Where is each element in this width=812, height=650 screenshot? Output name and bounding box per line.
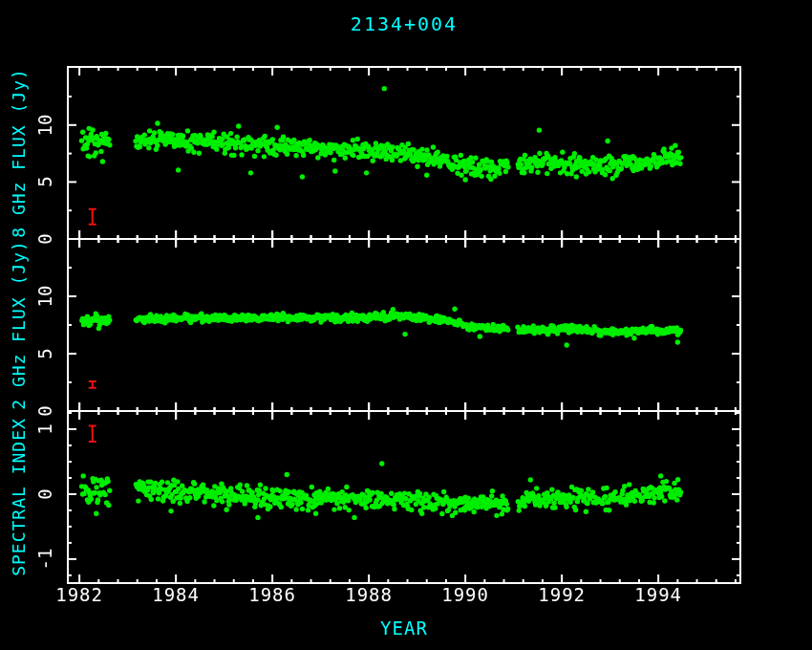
y-tick-label: 0 [34, 405, 55, 416]
light-curve-figure: 2134+004 8 GHz FLUX (Jy) 2 GHz FLUX (Jy)… [0, 0, 812, 650]
x-tick-label: 1984 [152, 584, 200, 605]
plot-canvas [0, 0, 812, 650]
x-tick-label: 1982 [55, 584, 103, 605]
y-tick-label: 10 [34, 114, 55, 136]
x-tick-label: 1986 [248, 584, 296, 605]
x-tick-label: 1990 [441, 584, 489, 605]
y-tick-label: 5 [34, 348, 55, 358]
y-tick-label: 0 [34, 488, 55, 499]
y-tick-label: 10 [34, 286, 55, 308]
y-tick-label: 0 [34, 233, 55, 244]
y-axis-label-2ghz-flux: 2 GHz FLUX (Jy) [9, 240, 29, 410]
y-tick-label: 5 [34, 177, 55, 187]
figure-title: 2134+004 [351, 12, 458, 35]
y-tick-label: 1 [34, 423, 55, 434]
y-tick-label: -1 [34, 548, 55, 570]
x-tick-label: 1988 [345, 584, 393, 605]
x-axis-title: YEAR [380, 618, 428, 639]
x-tick-label: 1992 [538, 584, 586, 605]
y-axis-label-8ghz-flux: 8 GHz FLUX (Jy) [9, 68, 29, 238]
x-tick-label: 1994 [634, 584, 682, 605]
y-axis-label-spectral-index: SPECTRAL INDEX [9, 418, 29, 576]
